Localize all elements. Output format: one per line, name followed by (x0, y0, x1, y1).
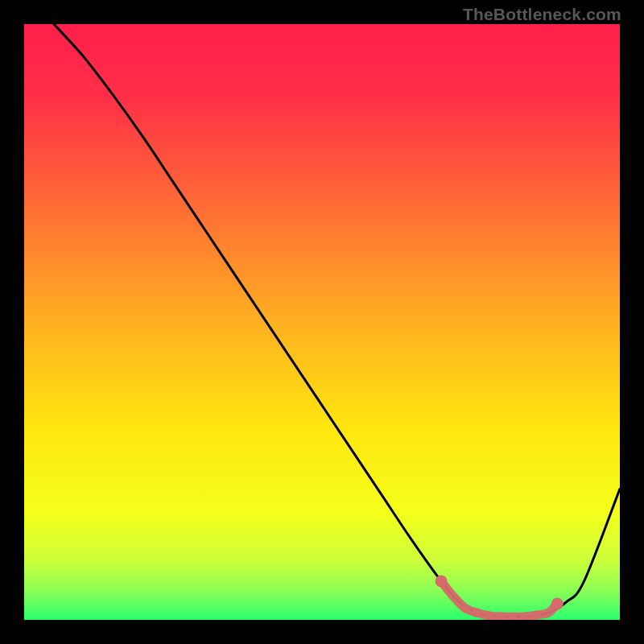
watermark-text: TheBottleneck.com (463, 5, 621, 24)
optimal-band-end-dot (551, 598, 564, 610)
optimal-band-dot (485, 611, 493, 620)
optimal-band-dot (460, 604, 469, 613)
plot-area (24, 24, 620, 620)
chart-frame: TheBottleneck.com (0, 0, 644, 644)
optimal-band-dot (532, 611, 541, 620)
bottleneck-chart (24, 24, 620, 620)
optimal-band-dot (473, 609, 481, 617)
gradient-background (24, 24, 620, 620)
optimal-band-end-dot (436, 575, 448, 587)
